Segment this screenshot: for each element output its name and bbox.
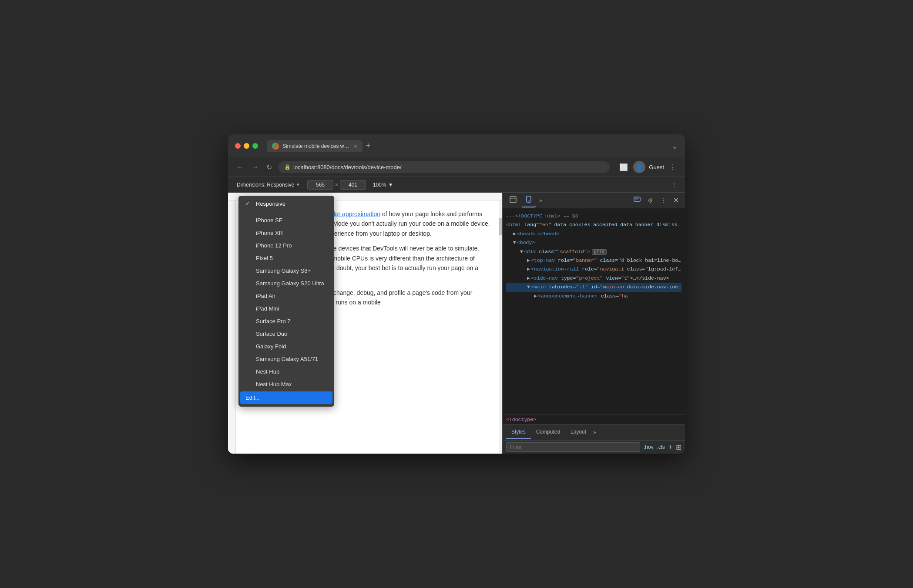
browser-window: Simulate mobile devices with D × + ⌄ ← →…: [228, 134, 685, 454]
dropdown-item-nest-hub[interactable]: Nest Hub: [238, 365, 334, 378]
dropdown-item-ipad-mini-label: iPad Mini: [256, 305, 279, 312]
computed-tab-label: Computed: [536, 429, 560, 435]
styles-filter-input[interactable]: [506, 442, 640, 452]
dimension-separator: ×: [335, 182, 338, 188]
dimensions-selector[interactable]: Dimensions: Responsive ▼ ✓ Responsive iP…: [233, 180, 304, 190]
more-tabs-icon[interactable]: »: [537, 195, 544, 206]
dropdown-item-pixel-5-label: Pixel 5: [256, 255, 273, 261]
dropdown-item-iphone-xr[interactable]: iPhone XR: [238, 227, 334, 239]
devtools-toolbar: Dimensions: Responsive ▼ ✓ Responsive iP…: [228, 177, 685, 193]
filter-row: :hov .cls + ⊞: [503, 440, 685, 454]
toggle-element-state-button[interactable]: ⊞: [676, 443, 681, 451]
head-row[interactable]: ▶<head>…</head>: [506, 230, 681, 238]
styles-tab-label: Styles: [511, 429, 526, 435]
filter-pseudo-label[interactable]: :hov: [644, 444, 654, 450]
dropdown-item-iphone-se-label: iPhone SE: [256, 217, 282, 224]
address-bar: ← → ↻ 🔒 localhost:8080/docs/devtools/dev…: [228, 157, 685, 177]
styles-tab[interactable]: Styles: [506, 425, 531, 439]
elements-panel: ···<!DOCTYPE html> == $0 <html lang="en"…: [503, 208, 685, 414]
elements-panel-tab[interactable]: [506, 194, 520, 207]
ruler-left: [228, 200, 236, 454]
main-row[interactable]: ▼<main tabindex="-1" id="main-co data-si…: [506, 283, 681, 291]
html-row[interactable]: <html lang="en" data-cookies-accepted da…: [506, 220, 681, 229]
dropdown-item-nest-hub-label: Nest Hub: [256, 368, 279, 375]
edit-label: Edit...: [245, 394, 260, 401]
dropdown-item-galaxy-fold-label: Galaxy Fold: [256, 343, 286, 350]
dimensions-arrow-icon: ▼: [296, 182, 300, 187]
nav-rail-row[interactable]: ▶<navigation-rail role="navigati class="…: [506, 265, 681, 274]
width-input[interactable]: [307, 180, 333, 190]
dropdown-item-iphone-12-pro[interactable]: iPhone 12 Pro: [238, 239, 334, 252]
forward-button[interactable]: →: [250, 161, 260, 173]
height-input[interactable]: [340, 180, 366, 190]
device-toolbar-tab[interactable]: [522, 193, 536, 207]
dropdown-item-samsung-s8[interactable]: Samsung Galaxy S8+: [238, 264, 334, 277]
more-bottom-tabs-icon[interactable]: »: [591, 426, 598, 439]
title-bar: Simulate mobile devices with D × + ⌄: [228, 134, 685, 157]
maximize-button[interactable]: [252, 143, 258, 149]
profile-icon: 👤: [636, 164, 643, 170]
url-bar-actions: ⬜ 👤 Guest ⋮: [618, 161, 678, 173]
profile-button[interactable]: 👤: [633, 161, 645, 173]
side-nav-row[interactable]: ▶<side-nav type="project" view="t">…</si…: [506, 274, 681, 283]
computed-tab[interactable]: Computed: [531, 425, 565, 439]
zoom-selector[interactable]: 100% ▼: [369, 180, 397, 190]
zoom-arrow-icon: ▼: [388, 182, 393, 188]
devtools-panel: » ⚙ ⋮ ✕ ···<!DOCTY: [502, 193, 685, 454]
dropdown-item-surface-pro[interactable]: Surface Pro 7: [238, 315, 334, 327]
dimensions-label: Dimensions: Responsive: [237, 182, 294, 188]
dropdown-separator: [238, 212, 334, 212]
scrollbar-thumb[interactable]: [499, 218, 502, 235]
layout-tab[interactable]: Layout: [565, 425, 591, 439]
lock-icon: 🔒: [284, 164, 291, 170]
dropdown-item-surface-duo[interactable]: Surface Duo: [238, 327, 334, 340]
dropdown-item-ipad-air[interactable]: iPad Air: [238, 290, 334, 302]
more-options-button[interactable]: ⋮: [668, 180, 680, 190]
dropdown-item-samsung-a51-label: Samsung Galaxy A51/71: [256, 356, 318, 362]
chrome-menu-button[interactable]: ⋮: [668, 161, 678, 173]
devtools-close-button[interactable]: ✕: [671, 194, 681, 206]
devtools-more-button[interactable]: ⋮: [658, 195, 669, 206]
refresh-button[interactable]: ↻: [265, 161, 274, 173]
doctype-shortcut-row[interactable]: <!doctype>: [503, 414, 685, 424]
add-style-rule-button[interactable]: +: [668, 443, 672, 451]
window-menu-icon[interactable]: ⌄: [671, 141, 678, 151]
bottom-tab-bar: Styles Computed Layout »: [503, 424, 685, 440]
viewport-scrollbar[interactable]: [499, 200, 502, 454]
minimize-button[interactable]: [244, 143, 249, 149]
close-button[interactable]: [235, 143, 241, 149]
active-tab[interactable]: Simulate mobile devices with D ×: [267, 140, 363, 152]
dropdown-item-samsung-s20[interactable]: Samsung Galaxy S20 Ultra: [238, 277, 334, 290]
scaffold-row[interactable]: ▼<div class="scaffold">grid: [506, 247, 681, 256]
dropdown-item-nest-hub-max[interactable]: Nest Hub Max: [238, 378, 334, 391]
chrome-favicon-icon: [272, 143, 279, 150]
dropdown-item-ipad-mini[interactable]: iPad Mini: [238, 302, 334, 315]
dropdown-item-responsive[interactable]: ✓ Responsive: [238, 197, 334, 210]
traffic-lights: [235, 143, 258, 149]
back-button[interactable]: ←: [235, 161, 245, 173]
url-text: localhost:8080/docs/devtools/device-mode…: [293, 164, 402, 170]
devtools-bottom-tabs: Styles Computed Layout » :hov .cls + ⊞: [503, 424, 685, 454]
url-bar[interactable]: 🔒 localhost:8080/docs/devtools/device-mo…: [278, 161, 610, 173]
tab-title: Simulate mobile devices with D: [282, 143, 350, 149]
announcement-row[interactable]: ▶<announcement-banner class="ha: [506, 292, 681, 301]
dropdown-item-galaxy-fold[interactable]: Galaxy Fold: [238, 340, 334, 353]
dropdown-item-samsung-a51[interactable]: Samsung Galaxy A51/71: [238, 353, 334, 365]
dropdown-item-iphone-se[interactable]: iPhone SE: [238, 214, 334, 227]
svg-rect-4: [634, 197, 640, 201]
tab-close-icon[interactable]: ×: [354, 143, 357, 149]
dropdown-item-edit[interactable]: Edit...: [240, 391, 332, 404]
dropdown-item-samsung-s20-label: Samsung Galaxy S20 Ultra: [256, 280, 324, 287]
console-feedback-button[interactable]: [631, 194, 643, 206]
filter-class-label[interactable]: .cls: [657, 444, 665, 450]
svg-rect-2: [527, 196, 531, 202]
fullscreen-button[interactable]: ⬜: [618, 161, 630, 173]
dropdown-item-iphone-xr-label: iPhone XR: [256, 230, 283, 236]
top-nav-row[interactable]: ▶<top-nav role="banner" class="d block h…: [506, 256, 681, 265]
device-dropdown-menu: ✓ Responsive iPhone SE iPhone XR iPhone …: [238, 196, 334, 407]
settings-button[interactable]: ⚙: [645, 195, 656, 206]
dimension-inputs: ×: [307, 180, 366, 190]
body-row[interactable]: ▼<body>: [506, 238, 681, 247]
new-tab-button[interactable]: +: [363, 140, 374, 152]
dropdown-item-pixel-5[interactable]: Pixel 5: [238, 252, 334, 264]
